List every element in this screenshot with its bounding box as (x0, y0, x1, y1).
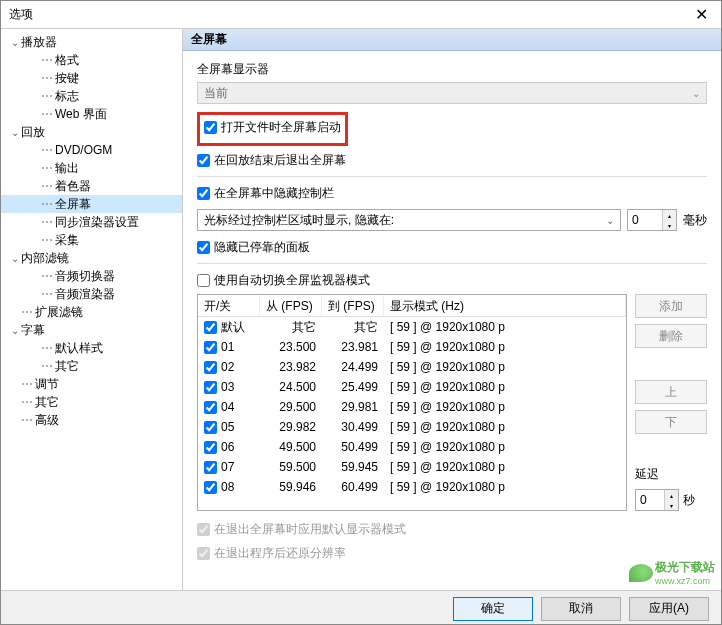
tree-item-label: 其它 (35, 394, 59, 411)
row-mode: [ 59 ] @ 1920x1080 p (384, 480, 626, 494)
cb-hide-docked[interactable]: 隐藏已停靠的面板 (197, 237, 707, 257)
collapse-icon[interactable]: ⌄ (9, 253, 21, 264)
cb-hide-controls[interactable]: 在全屏幕中隐藏控制栏 (197, 183, 707, 203)
tree-branch-icon: ⋯ (41, 269, 53, 283)
collapse-icon[interactable]: ⌄ (9, 325, 21, 336)
tree-branch-icon: ⋯ (21, 395, 33, 409)
tree-item[interactable]: ⋯ 音频切换器 (1, 267, 182, 285)
row-name: 07 (221, 460, 234, 474)
cancel-button[interactable]: 取消 (541, 597, 621, 621)
table-row[interactable]: 0759.50059.945[ 59 ] @ 1920x1080 p (198, 457, 626, 477)
cb-hide-docked-input[interactable] (197, 241, 210, 254)
tree-item-label: 播放器 (21, 34, 57, 51)
cb-hide-controls-input[interactable] (197, 187, 210, 200)
collapse-icon[interactable]: ⌄ (9, 127, 21, 138)
tree-item[interactable]: ⋯ 同步渲染器设置 (1, 213, 182, 231)
tree-item[interactable]: ⌄回放 (1, 123, 182, 141)
tree-item[interactable]: ⋯ DVD/OGM (1, 141, 182, 159)
row-checkbox[interactable] (204, 481, 217, 494)
row-checkbox[interactable] (204, 381, 217, 394)
cb-exit-on-end[interactable]: 在回放结束后退出全屏幕 (197, 150, 707, 170)
row-checkbox[interactable] (204, 401, 217, 414)
tree-item[interactable]: ⋯ 调节 (1, 375, 182, 393)
spinner-down-icon[interactable]: ▾ (663, 220, 676, 230)
tree-item[interactable]: ⋯ 采集 (1, 231, 182, 249)
row-name: 05 (221, 420, 234, 434)
tree-item[interactable]: ⋯ 标志 (1, 87, 182, 105)
row-checkbox[interactable] (204, 421, 217, 434)
tree-item[interactable]: ⌄字幕 (1, 321, 182, 339)
tree-item[interactable]: ⋯ 其它 (1, 393, 182, 411)
tree-item-label: 按键 (55, 70, 79, 87)
table-row[interactable]: 0324.50025.499[ 59 ] @ 1920x1080 p (198, 377, 626, 397)
delete-button[interactable]: 删除 (635, 324, 707, 348)
tree-item[interactable]: ⌄播放器 (1, 33, 182, 51)
tree-item[interactable]: ⋯ 音频渲染器 (1, 285, 182, 303)
table-row[interactable]: 0223.98224.499[ 59 ] @ 1920x1080 p (198, 357, 626, 377)
delay-input[interactable]: 0 ▴▾ (635, 489, 679, 511)
tree-item[interactable]: ⋯ 高级 (1, 411, 182, 429)
spinner-down-icon[interactable]: ▾ (665, 500, 678, 510)
cb-exit-on-end-input[interactable] (197, 154, 210, 167)
row-checkbox[interactable] (204, 341, 217, 354)
spinner-up-icon[interactable]: ▴ (665, 490, 678, 500)
ok-button[interactable]: 确定 (453, 597, 533, 621)
tree-item[interactable]: ⋯ 着色器 (1, 177, 182, 195)
row-to: 29.981 (322, 400, 384, 414)
tree-item[interactable]: ⋯ 全屏幕 (1, 195, 182, 213)
apply-button[interactable]: 应用(A) (629, 597, 709, 621)
hide-delay-input[interactable]: 0 ▴▾ (627, 209, 677, 231)
tree-item[interactable]: ⋯ 按键 (1, 69, 182, 87)
tree-item[interactable]: ⋯ 输出 (1, 159, 182, 177)
cb-auto-switch-input[interactable] (197, 274, 210, 287)
tree-item[interactable]: ⋯ 扩展滤镜 (1, 303, 182, 321)
options-tree[interactable]: ⌄播放器⋯ 格式⋯ 按键⋯ 标志⋯ Web 界面⌄回放⋯ DVD/OGM⋯ 输出… (1, 29, 183, 590)
cb-auto-switch[interactable]: 使用自动切换全屏监视器模式 (197, 270, 707, 290)
tree-item[interactable]: ⋯ 默认样式 (1, 339, 182, 357)
spinner-up-icon[interactable]: ▴ (663, 210, 676, 220)
row-to: 23.981 (322, 340, 384, 354)
move-down-button[interactable]: 下 (635, 410, 707, 434)
add-button[interactable]: 添加 (635, 294, 707, 318)
cb-open-fullscreen[interactable]: 打开文件时全屏幕启动 (204, 117, 341, 137)
row-checkbox[interactable] (204, 361, 217, 374)
row-from: 23.500 (260, 340, 322, 354)
cb-open-fullscreen-input[interactable] (204, 121, 217, 134)
table-row[interactable]: 0123.50023.981[ 59 ] @ 1920x1080 p (198, 337, 626, 357)
tree-item[interactable]: ⋯ 其它 (1, 357, 182, 375)
tree-item[interactable]: ⋯ 格式 (1, 51, 182, 69)
modes-table[interactable]: 开/关 从 (FPS) 到 (FPS) 显示模式 (Hz) 默认其它其它[ 59… (197, 294, 627, 511)
tree-branch-icon: ⋯ (21, 377, 33, 391)
row-name: 08 (221, 480, 234, 494)
monitor-dropdown[interactable]: 当前 ⌄ (197, 82, 707, 104)
chevron-down-icon: ⌄ (692, 88, 700, 99)
tree-item[interactable]: ⋯ Web 界面 (1, 105, 182, 123)
table-row[interactable]: 默认其它其它[ 59 ] @ 1920x1080 p (198, 317, 626, 337)
tree-branch-icon: ⋯ (41, 161, 53, 175)
tree-branch-icon: ⋯ (41, 53, 53, 67)
table-row[interactable]: 0649.50050.499[ 59 ] @ 1920x1080 p (198, 437, 626, 457)
table-row[interactable]: 0429.50029.981[ 59 ] @ 1920x1080 p (198, 397, 626, 417)
tree-item[interactable]: ⌄内部滤镜 (1, 249, 182, 267)
row-checkbox[interactable] (204, 461, 217, 474)
tree-item-label: 字幕 (21, 322, 45, 339)
hide-mode-dropdown[interactable]: 光标经过控制栏区域时显示, 隐藏在: ⌄ (197, 209, 621, 231)
row-from: 24.500 (260, 380, 322, 394)
tree-branch-icon: ⋯ (21, 305, 33, 319)
tree-item-label: 音频渲染器 (55, 286, 115, 303)
table-row[interactable]: 0529.98230.499[ 59 ] @ 1920x1080 p (198, 417, 626, 437)
table-row[interactable]: 0859.94660.499[ 59 ] @ 1920x1080 p (198, 477, 626, 497)
collapse-icon[interactable]: ⌄ (9, 37, 21, 48)
row-mode: [ 59 ] @ 1920x1080 p (384, 400, 626, 414)
monitor-label: 全屏幕显示器 (197, 61, 707, 78)
row-checkbox[interactable] (204, 321, 217, 334)
tree-branch-icon: ⋯ (41, 287, 53, 301)
titlebar: 选项 ✕ (1, 1, 721, 29)
tree-item-label: 音频切换器 (55, 268, 115, 285)
tree-branch-icon: ⋯ (41, 359, 53, 373)
close-button[interactable]: ✕ (681, 1, 721, 29)
tree-branch-icon: ⋯ (41, 143, 53, 157)
move-up-button[interactable]: 上 (635, 380, 707, 404)
row-checkbox[interactable] (204, 441, 217, 454)
highlighted-option: 打开文件时全屏幕启动 (197, 112, 348, 146)
